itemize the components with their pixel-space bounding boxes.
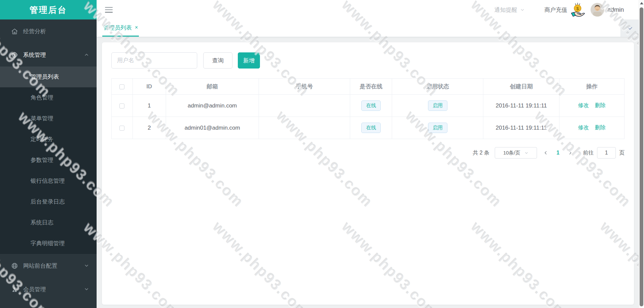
edit-link[interactable]: 修改	[578, 125, 589, 130]
sidebar-item-label: 会员管理	[23, 285, 46, 293]
sidebar-item-system-management[interactable]: 系统管理	[0, 43, 97, 67]
row-checkbox[interactable]	[119, 126, 124, 131]
cell-id: 1	[132, 95, 166, 117]
row-checkbox[interactable]	[119, 103, 124, 108]
header-id: ID	[132, 79, 166, 95]
header-phone: 手机号	[259, 79, 350, 95]
chevron-down-icon	[84, 263, 89, 268]
query-button[interactable]: 查询	[203, 52, 232, 69]
table-header-row: ID 邮箱 手机号 是否在线 启用状态 创建日期 操作	[112, 79, 625, 95]
page-unit-label: 页	[619, 149, 625, 157]
delete-link[interactable]: 删除	[595, 125, 605, 130]
sidebar-subitem-2[interactable]: 角色管理	[0, 87, 97, 108]
home-icon	[11, 28, 18, 35]
gear-icon	[11, 51, 18, 58]
online-badge: 在线	[361, 123, 381, 133]
sidebar-item-website-config[interactable]: 网站前台配置	[0, 254, 97, 277]
header-created: 创建日期	[483, 79, 559, 95]
member-icon	[11, 286, 18, 293]
sidebar: 管理后台 经营分析 系统管理 管理员列表角色管理菜单管理定时任务参数管理银行信息…	[0, 0, 97, 308]
next-page-icon[interactable]	[564, 150, 577, 155]
sidebar-item-member-management[interactable]: 会员管理	[0, 277, 97, 301]
search-toolbar: 查询 新增	[111, 52, 625, 69]
content-area: 查询 新增 ID 邮箱 手机号 是否在线 启用状态 创建日期	[97, 37, 639, 308]
notifications-label: 通知提醒	[494, 6, 517, 14]
header-status: 启用状态	[392, 79, 483, 95]
sidebar-subitem-4[interactable]: 定时任务	[0, 129, 97, 150]
sidebar-subitem-5[interactable]: 参数管理	[0, 150, 97, 171]
header-online: 是否在线	[350, 79, 392, 95]
delete-link[interactable]: 删除	[595, 102, 605, 108]
avatar[interactable]	[591, 3, 604, 16]
online-badge: 在线	[361, 100, 381, 111]
page-size-label: 10条/页	[503, 150, 520, 156]
sidebar-item-label: 网站前台配置	[23, 262, 57, 270]
tab-label: 管理员列表	[103, 24, 132, 32]
tab-collapse-button[interactable]	[621, 19, 639, 37]
page-size-select[interactable]: 10条/页	[495, 147, 537, 159]
total-count-label: 共 2 条	[473, 149, 489, 157]
sidebar-item-business-analysis[interactable]: 经营分析	[0, 19, 97, 43]
cell-created: 2016-11-11 19:11:11	[483, 95, 559, 117]
header-email: 邮箱	[166, 79, 259, 95]
globe-icon	[11, 262, 18, 269]
recharge-label: 商户充值	[544, 6, 567, 14]
tab-admin-list[interactable]: 管理员列表 ×	[102, 19, 139, 37]
scroll-up-arrow-icon[interactable]	[640, 2, 643, 4]
cell-id: 2	[132, 117, 166, 139]
header-actions: 操作	[559, 79, 624, 95]
chevron-down-icon	[627, 25, 633, 32]
svg-text:$: $	[576, 6, 579, 11]
chevron-down-icon	[520, 7, 525, 12]
username-label[interactable]: admin	[607, 6, 624, 13]
admin-table: ID 邮箱 手机号 是否在线 启用状态 创建日期 操作 1admin@admin…	[111, 78, 625, 139]
username-search-input[interactable]	[111, 52, 197, 69]
coin-in-hand-icon: $	[570, 2, 585, 17]
sidebar-item-label: 系统管理	[23, 51, 46, 59]
admin-list-card: 查询 新增 ID 邮箱 手机号 是否在线 启用状态 创建日期	[102, 42, 634, 305]
prev-page-icon[interactable]	[539, 150, 552, 155]
sidebar-subitem-6[interactable]: 银行信息管理	[0, 171, 97, 191]
notifications-dropdown[interactable]: 通知提醒	[494, 6, 525, 14]
cell-created: 2016-11-11 19:11:11	[483, 117, 559, 139]
chevron-up-icon	[84, 52, 89, 57]
goto-label: 前往	[583, 149, 594, 157]
close-icon[interactable]: ×	[135, 25, 138, 30]
chevron-down-icon	[84, 287, 89, 292]
sidebar-subitem-1[interactable]: 管理员列表	[0, 67, 97, 87]
add-button[interactable]: 新增	[238, 52, 260, 69]
admin-table-body: 1admin@admin.com在线启用2016-11-11 19:11:11修…	[112, 95, 625, 139]
sidebar-submenu: 管理员列表角色管理菜单管理定时任务参数管理银行信息管理后台登录日志系统日志字典明…	[0, 67, 97, 254]
sidebar-subitem-3[interactable]: 菜单管理	[0, 108, 97, 129]
current-page-button[interactable]: 1	[552, 150, 564, 156]
sidebar-subitem-8[interactable]: 系统日志	[0, 212, 97, 233]
chevron-down-icon	[524, 151, 529, 155]
cell-phone	[259, 117, 350, 139]
goto-page-input[interactable]	[597, 147, 616, 159]
sidebar-subitem-7[interactable]: 后台登录日志	[0, 191, 97, 212]
sidebar-item-label: 经营分析	[23, 28, 46, 35]
table-row: 2admin01@admin.com在线启用2016-11-11 19:11:1…	[112, 117, 625, 139]
scrollbar[interactable]	[639, 0, 644, 308]
app-title: 管理后台	[0, 0, 97, 19]
status-badge: 启用	[428, 123, 447, 133]
main-area: 通知提醒 商户充值 $	[97, 0, 639, 308]
merchant-recharge-button[interactable]: 商户充值 $	[544, 2, 585, 17]
pagination: 共 2 条 10条/页 1 前往 页	[111, 147, 625, 159]
select-all-checkbox[interactable]	[119, 84, 124, 89]
cell-phone	[259, 95, 350, 117]
table-row: 1admin@admin.com在线启用2016-11-11 19:11:11修…	[112, 95, 625, 117]
cell-email: admin@admin.com	[166, 95, 259, 117]
sidebar-toggle-icon[interactable]	[105, 7, 113, 13]
tab-bar: 管理员列表 ×	[97, 19, 639, 37]
status-badge: 启用	[428, 100, 447, 111]
edit-link[interactable]: 修改	[578, 102, 589, 108]
top-navbar: 通知提醒 商户充值 $	[97, 0, 639, 19]
scrollbar-thumb[interactable]	[640, 7, 643, 306]
sidebar-subitem-9[interactable]: 字典明细管理	[0, 233, 97, 254]
cell-email: admin01@admin.com	[166, 117, 259, 139]
